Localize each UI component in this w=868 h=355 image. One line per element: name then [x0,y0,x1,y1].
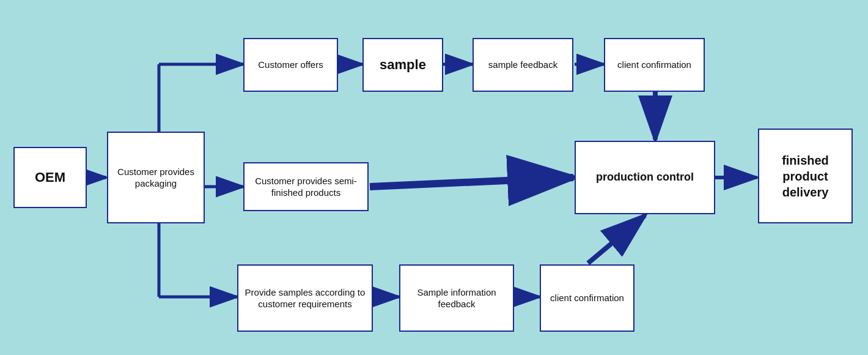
svg-line-11 [370,177,573,187]
svg-line-17 [588,215,645,263]
sample-feedback-box: sample feedback [473,38,573,92]
oem-box: OEM [13,147,87,208]
production-control-box: production control [575,141,715,214]
customer-provides-packaging-box: Customer provides packaging [107,132,205,223]
customer-offers-box: Customer offers [243,38,338,92]
client-confirmation-top-box: client confirmation [604,38,705,92]
diagram: OEM Customer provides packaging Customer… [0,0,868,355]
sample-box: sample [362,38,443,92]
client-confirmation-bottom-box: client confirmation [540,264,634,332]
sample-information-feedback-box: Sample information feedback [399,264,514,332]
finished-product-delivery-box: finished product delivery [758,129,853,223]
customer-semi-finished-box: Customer provides semi-finished products [243,162,369,211]
provide-samples-box: Provide samples according to customer re… [237,264,373,332]
